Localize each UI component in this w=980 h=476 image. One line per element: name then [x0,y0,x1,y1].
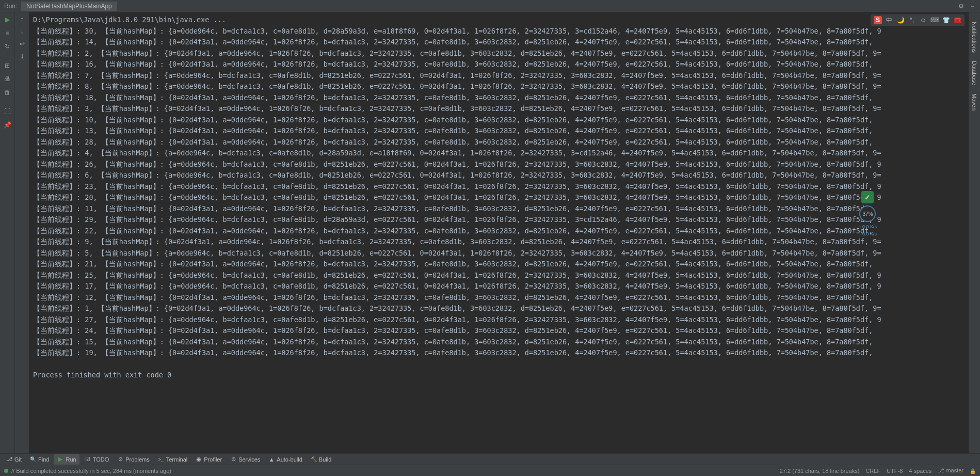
console-output-line: 【当前线程】: 27, 【当前hashMap】: {a=0dde964c, b=… [33,314,965,326]
console-output-line: 【当前线程】: 1, 【当前hashMap】: {0=02d4f3a1, a=0… [33,303,965,314]
git-tool-button[interactable]: Git [3,454,25,465]
run-tool-button[interactable]: Run [54,454,79,465]
down-icon[interactable] [21,28,24,35]
up-icon[interactable] [21,15,24,23]
console-output-line: 【当前线程】: 24, 【当前hashMap】: {0=02d4f3a1, a=… [33,325,965,337]
soft-wrap-icon[interactable] [20,40,25,47]
console-output-line: 【当前线程】: 13, 【当前hashMap】: {0=02d4f3a1, a=… [33,125,965,137]
maven-tab[interactable]: Maven [970,89,978,115]
terminal-tool-button[interactable]: Terminal [155,454,191,465]
rerun-icon[interactable] [3,15,11,24]
stop-icon[interactable] [3,29,11,37]
keyboard-icon[interactable]: ⌨ [930,16,939,24]
separator [3,102,12,102]
console-output-line: 【当前线程】: 16, 【当前hashMap】: {0=02d4f3a1, a=… [33,59,965,70]
find-tool-button[interactable]: Find [27,454,52,465]
problems-tool-button[interactable]: Problems [114,454,152,465]
database-tab[interactable]: Database [970,57,978,89]
line-separator[interactable]: CRLF [865,468,880,474]
console-output-line: 【当前线程】: 28, 【当前hashMap】: {0=02d4f3a1, a=… [33,137,965,148]
git-icon [6,456,12,463]
build-tool-button[interactable]: Build [308,454,334,465]
console-output-line: 【当前线程】: 12, 【当前hashMap】: {0=02d4f3a1, a=… [33,292,965,304]
console-output-line: 【当前线程】: 22, 【当前hashMap】: {0=02d4f3a1, a=… [33,226,965,237]
trash-icon[interactable] [3,88,11,97]
services-tool-button[interactable]: Services [227,454,263,465]
console-output-line: 【当前线程】: 3, 【当前hashMap】: {0=02d4f3a1, a=0… [33,103,965,115]
minimize-icon[interactable] [969,3,976,10]
run-config-tab[interactable]: NotSafeHashMapPlusMainApp [21,2,117,11]
skin-icon[interactable]: 👕 [942,16,950,24]
ime-tray[interactable]: S 中 🌙 °, ☺ ⌨ 👕 🧰 [871,14,965,26]
console-output-line: 【当前线程】: 29, 【当前hashMap】: {a=0dde964c, b=… [33,214,965,226]
notifications-tab[interactable]: Notifications [970,18,978,57]
console-output[interactable]: D:\Programs\Java\jdk1.8.0_291\bin\java.e… [29,12,969,453]
terminal-icon [158,456,164,463]
toolbox-icon[interactable]: 🧰 [953,16,961,24]
console-exit-line: Process finished with exit code 0 [33,370,965,381]
console-output-line: 【当前线程】: 30, 【当前hashMap】: {a=0dde964c, b=… [33,26,965,37]
separator [3,56,12,56]
console-output-line: 【当前线程】: 7, 【当前hashMap】: {a=0dde964c, b=d… [33,70,965,82]
console-output-line: 【当前线程】: 14, 【当前hashMap】: {0=02d4f3a1, a=… [33,37,965,48]
autobuild-tool-button[interactable]: Auto-build [265,454,306,465]
console-output-line: 【当前线程】: 23, 【当前hashMap】: {a=0dde964c, b=… [33,181,965,193]
console-output-line: 【当前线程】: 11, 【当前hashMap】: {0=02d4f3a1, a=… [33,203,965,215]
status-ok-icon [4,469,8,473]
moon-icon[interactable]: 🌙 [896,16,905,24]
pin-icon[interactable] [3,121,11,129]
cpu-percent: 37% [859,205,876,222]
autobuild-icon [268,456,275,463]
lock-icon[interactable] [970,468,976,474]
system-monitor-widget[interactable]: 37% ↑ 0.0 K/s ↓ 0.0 K/s [859,191,877,236]
download-speed: ↓ 0.0 K/s [859,231,877,236]
status-bar: // Build completed successfully in 5 sec… [0,465,980,476]
print-icon[interactable] [3,75,11,83]
console-output-line: 【当前线程】: 2, 【当前hashMap】: {0=02d4f3a1, a=0… [33,48,965,59]
shield-ok-icon [861,191,874,203]
console-output-line: 【当前线程】: 6, 【当前hashMap】: {a=0dde964c, b=d… [33,170,965,181]
emoji-icon[interactable]: ☺ [919,16,927,24]
restore-layout-icon[interactable] [3,42,11,51]
indent[interactable]: 4 spaces [909,468,931,474]
run-titlebar: Run: NotSafeHashMapPlusMainApp [0,0,980,12]
run-controls-gutter [0,12,14,453]
bottom-tool-bar: Git Find Run TODO Problems Terminal Prof… [0,453,980,465]
profiler-icon [196,456,202,463]
caret-position[interactable]: 27:2 (731 chars, 18 line breaks) [780,468,860,474]
find-icon [30,456,36,463]
console-output-line: 【当前线程】: 10, 【当前hashMap】: {0=02d4f3a1, a=… [33,115,965,126]
problems-icon [117,456,123,463]
console-output-line: 【当前线程】: 5, 【当前hashMap】: {a=0dde964c, b=d… [33,248,965,259]
git-branch[interactable]: master [938,467,963,474]
todo-tool-button[interactable]: TODO [82,454,113,465]
punct-icon[interactable]: °, [908,16,916,24]
todo-icon [85,456,91,463]
main-area: D:\Programs\Java\jdk1.8.0_291\bin\java.e… [0,12,980,453]
run-label: Run: [4,3,17,10]
console-output-line: 【当前线程】: 20, 【当前hashMap】: {a=0dde964c, b=… [33,192,965,203]
console-output-line: 【当前线程】: 26, 【当前hashMap】: {a=0dde964c, b=… [33,159,965,170]
console-controls-gutter [14,12,29,453]
layout-icon[interactable] [3,61,11,70]
profiler-tool-button[interactable]: Profiler [192,454,225,465]
console-output-line: 【当前线程】: 9, 【当前hashMap】: {0=02d4f3a1, a=0… [33,236,965,248]
scroll-to-end-icon[interactable] [20,53,25,60]
status-message: // Build completed successfully in 5 sec… [11,468,171,474]
right-tool-tabs: Notifications Database Maven [969,12,980,453]
console-output-line: 【当前线程】: 4, 【当前hashMap】: {a=0dde964c, b=d… [33,148,965,159]
branch-icon [938,467,944,473]
console-output-line: 【当前线程】: 19, 【当前hashMap】: {0=02d4f3a1, a=… [33,347,965,359]
expand-icon[interactable] [3,107,11,116]
encoding[interactable]: UTF-8 [887,468,903,474]
console-output-line: 【当前线程】: 8, 【当前hashMap】: {a=0dde964c, b=d… [33,81,965,92]
build-icon [311,456,317,463]
console-output-line: 【当前线程】: 25, 【当前hashMap】: {a=0dde964c, b=… [33,270,965,281]
upload-speed: ↑ 0.0 K/s [859,224,877,229]
ime-lang-icon[interactable]: 中 [885,16,893,24]
sogou-ime-icon[interactable]: S [874,16,882,24]
run-icon [57,456,63,463]
services-icon [230,456,236,463]
run-config-name: NotSafeHashMapPlusMainApp [26,3,111,10]
gear-icon[interactable] [957,3,965,10]
